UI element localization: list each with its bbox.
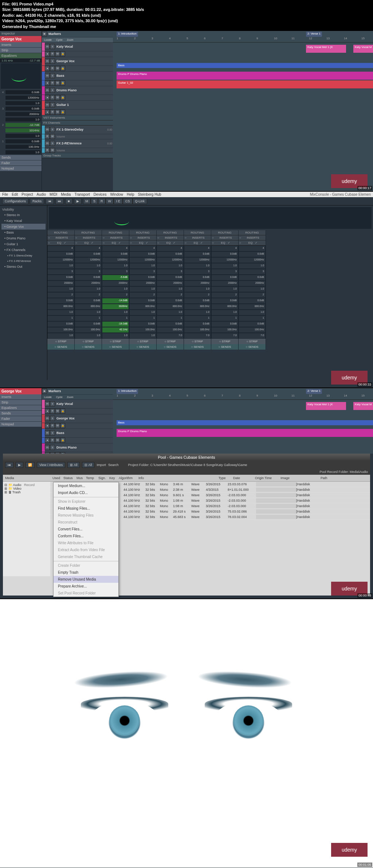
- context-menu-item[interactable]: Conform Files...: [54, 533, 118, 539]
- menu-item[interactable]: Edit: [12, 192, 18, 196]
- next-btn[interactable]: ⏭: [55, 198, 64, 204]
- track-row[interactable]: m s Bass: [42, 72, 113, 80]
- tool-btn[interactable]: R: [98, 198, 106, 204]
- track-row[interactable]: m s Bass: [42, 429, 113, 438]
- fx-row[interactable]: ms FX 2-REVerence0.00: [42, 139, 113, 148]
- pool-column-header[interactable]: Image: [279, 475, 319, 481]
- mute-btn[interactable]: m: [45, 44, 50, 49]
- tool-btn[interactable]: M: [83, 198, 91, 204]
- visibility-item[interactable]: • FX Channels: [1, 247, 46, 253]
- marker[interactable]: 2: Verse 1: [306, 32, 322, 37]
- solo-btn[interactable]: s: [50, 73, 55, 78]
- mixer-channel[interactable]: ROUTING ○INSERTS ○EQ ✓40.0dB12000Hz1.030…: [184, 230, 211, 350]
- inspector-sends[interactable]: Sends: [0, 155, 42, 160]
- inspector-fader[interactable]: Fader: [0, 160, 42, 166]
- mute-btn[interactable]: m: [45, 102, 50, 107]
- configurations-btn[interactable]: Configurations: [2, 198, 28, 204]
- visibility-item[interactable]: • Stereo Out: [1, 264, 46, 270]
- clip-katy-1[interactable]: Katy Vocal Mel 1 (K: [306, 45, 346, 53]
- mixer-channel[interactable]: ROUTING ○INSERTS ○EQ ✓40.0dB12000Hz1.030…: [75, 230, 102, 350]
- context-menu-item[interactable]: Empty Trash: [54, 569, 118, 576]
- marker[interactable]: 1: Introduction: [117, 389, 138, 394]
- inspector-inserts[interactable]: Inserts: [0, 42, 42, 48]
- group-tracks-header[interactable]: Group Tracks: [42, 153, 113, 158]
- track-row[interactable]: m s Katy Vocal: [42, 400, 113, 409]
- solo-btn[interactable]: s: [50, 44, 55, 49]
- pool-column-header[interactable]: Temp: [85, 475, 97, 481]
- tool-btn[interactable]: CS: [123, 198, 133, 204]
- visibility-item[interactable]: • George Vox: [1, 224, 46, 230]
- racks-btn[interactable]: Racks: [30, 198, 44, 204]
- visibility-sub-item[interactable]: • FX 1-StereoDelay: [1, 253, 46, 258]
- pool-column-header[interactable]: Type: [217, 475, 232, 481]
- menu-item[interactable]: Project: [21, 192, 33, 196]
- clip-guitar[interactable]: Guitar 1_02: [117, 80, 373, 88]
- solo-btn[interactable]: s: [50, 445, 55, 450]
- mixer-channel[interactable]: ROUTING ○INSERTS ○EQ ✓40.0dB12000Hz1.03-…: [102, 230, 129, 350]
- solo-btn[interactable]: s: [50, 88, 55, 93]
- pool-column-header[interactable]: Mus: [75, 475, 85, 481]
- clip-drums[interactable]: Drums P Drums Piano: [117, 72, 373, 80]
- menu-item[interactable]: Help: [127, 192, 134, 196]
- menu-item[interactable]: Media: [61, 192, 71, 196]
- clip-bass-label[interactable]: Bass: [117, 63, 373, 68]
- menu-item[interactable]: MIDI: [50, 192, 57, 196]
- solo-btn[interactable]: s: [50, 102, 55, 107]
- markers-header[interactable]: ▶ Markers: [42, 31, 113, 37]
- mute-btn[interactable]: m: [45, 73, 50, 78]
- solo-btn[interactable]: s: [50, 59, 55, 64]
- menu-item[interactable]: Window: [110, 192, 123, 196]
- visibility-item[interactable]: • Bass: [1, 230, 46, 235]
- view-attributes-btn[interactable]: View / Attributes: [37, 462, 65, 468]
- visibility-item[interactable]: • Guitar 1: [1, 241, 46, 247]
- mute-btn[interactable]: m: [45, 59, 50, 64]
- visibility-item[interactable]: • Stereo In: [1, 212, 46, 218]
- visibility-item[interactable]: • Drums Piano: [1, 235, 46, 241]
- menu-bar[interactable]: FileEditProjectAudioMIDIMediaTransportDe…: [0, 192, 373, 197]
- mixer-channel[interactable]: ROUTING ○INSERTS ○EQ ✓40.0dB12000Hz1.030…: [157, 230, 184, 350]
- pool-tree[interactable]: ⊟ 📁 Audio Record ⊞ 📁 Video ⊞ 🗑 Trash: [3, 482, 50, 576]
- context-menu-item[interactable]: Import Medium...: [54, 482, 118, 489]
- mute-btn[interactable]: m: [45, 445, 50, 450]
- fx-row[interactable]: ms FX 1-StereoDelay0.00: [42, 126, 113, 134]
- eq-graph[interactable]: [1, 63, 41, 89]
- mute-btn[interactable]: m: [45, 401, 50, 406]
- solo-btn[interactable]: s: [50, 401, 55, 406]
- tool-btn[interactable]: I E: [114, 198, 123, 204]
- pool-column-header[interactable]: Status: [62, 475, 75, 481]
- track-row[interactable]: m s George Vox: [42, 57, 113, 66]
- menu-item[interactable]: Steinberg Hub: [138, 192, 161, 196]
- fx-channels-header[interactable]: FX Channels: [42, 120, 113, 126]
- track-row[interactable]: m s George Vox: [42, 414, 113, 423]
- tool-btn[interactable]: Q-Link: [133, 198, 148, 204]
- inspector-notepad[interactable]: Notepad: [0, 166, 42, 171]
- vst-instruments-header[interactable]: VST Instruments: [42, 115, 113, 120]
- stop-btn[interactable]: ■: [65, 198, 72, 204]
- solo-btn[interactable]: s: [50, 430, 55, 435]
- track-row[interactable]: m s Guitar 1: [42, 101, 113, 110]
- tool-btn[interactable]: W: [106, 198, 114, 204]
- menu-item[interactable]: Audio: [36, 192, 46, 196]
- inspector-strip[interactable]: Strip: [0, 48, 42, 53]
- menu-item[interactable]: Transport: [74, 192, 90, 196]
- track-row[interactable]: m s Drums Piano: [42, 443, 113, 452]
- inspector-equalizers[interactable]: Equalizers: [0, 53, 42, 59]
- menu-item[interactable]: Devices: [94, 192, 107, 196]
- track-row[interactable]: m s Drums Piano: [42, 86, 113, 95]
- arrangement-area[interactable]: 1: Introduction2: Verse 1123456789101112…: [113, 31, 373, 191]
- marker[interactable]: 2: Verse 1: [306, 389, 322, 394]
- mixer-channel[interactable]: ROUTING ○INSERTS ○EQ ✓40.0dB12000Hz1.030…: [239, 230, 266, 350]
- visibility-item[interactable]: • Katy Vocal: [1, 218, 46, 224]
- mute-btn[interactable]: m: [45, 430, 50, 435]
- context-menu-item[interactable]: Convert Files...: [54, 526, 118, 533]
- mixer-channel[interactable]: ROUTING ○INSERTS ○EQ ✓40.0dB12000Hz1.030…: [129, 230, 157, 350]
- mixer-eq-preview[interactable]: [49, 207, 372, 229]
- timeline-ruler[interactable]: 1: Introduction2: Verse 1123456789101112…: [113, 31, 373, 43]
- prev-btn[interactable]: ⏮: [46, 198, 54, 204]
- visibility-sub-item[interactable]: • FX 2-REVerence: [1, 258, 46, 264]
- play-btn[interactable]: ▶: [74, 198, 82, 204]
- context-menu-item[interactable]: Find Missing Files...: [54, 505, 118, 512]
- marker[interactable]: 1: Introduction: [117, 32, 138, 37]
- pool-column-header[interactable]: Algorithm: [117, 475, 137, 481]
- tool-btn[interactable]: S: [91, 198, 98, 204]
